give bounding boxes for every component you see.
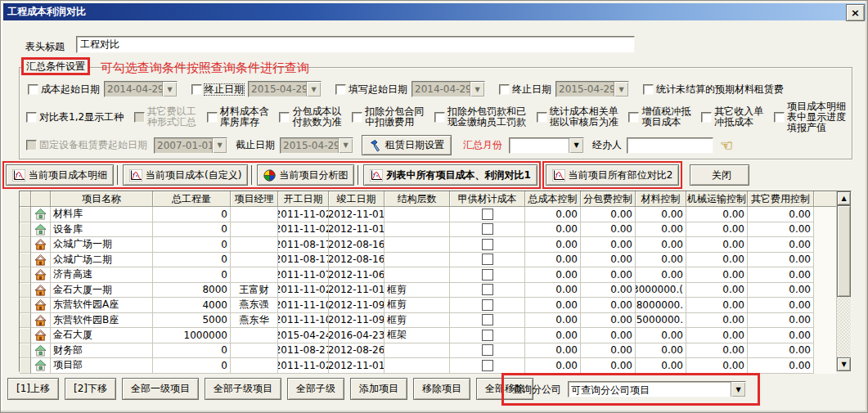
table-row[interactable]: 东营软件园B座5000燕东华2011-11-102012-11-09框剪0.00…: [20, 313, 836, 329]
row-selector-cell[interactable]: [20, 313, 31, 329]
filter1-0-checkbox[interactable]: [28, 84, 38, 95]
filter2-5-checkbox[interactable]: [434, 112, 445, 123]
rent-date-settings-button[interactable]: 租赁日期设置: [362, 135, 452, 155]
close-dialog-button[interactable]: 关闭: [690, 164, 749, 186]
filter2-1-checkbox[interactable]: [134, 112, 145, 123]
scrollbar-thumb[interactable]: [837, 205, 851, 297]
row-selector-cell[interactable]: [20, 222, 31, 238]
column-header-6[interactable]: 甲供材计成本: [450, 191, 525, 207]
scroll-down-button[interactable]: ▼: [837, 357, 851, 371]
filter1-0-date-combo-dropdown-icon[interactable]: ▼: [162, 82, 177, 97]
toolbar-button-2[interactable]: 当前项目分析图: [257, 164, 354, 186]
column-header-2[interactable]: 项目经理: [231, 191, 278, 207]
column-header-5[interactable]: 结构层数: [385, 191, 450, 207]
filter2-7-checkbox[interactable]: [628, 112, 639, 123]
row-selector-cell[interactable]: [20, 343, 31, 359]
scrollbar-track[interactable]: [837, 297, 851, 357]
filter1-3-date-combo[interactable]: 2015-04-29▼: [555, 81, 629, 97]
filter1-1-checkbox[interactable]: [191, 84, 202, 95]
table-row[interactable]: 项目部02011-11-022012-11-010.000.000.000.00…: [20, 358, 836, 374]
summary-month-combo-dropdown-icon[interactable]: ▼: [569, 138, 583, 153]
supply-material-checkbox[interactable]: [482, 344, 493, 356]
close-button[interactable]: ×: [846, 4, 865, 21]
filter1-2-date-combo-dropdown-icon[interactable]: ▼: [470, 82, 484, 97]
footer-button-0[interactable]: [1]上移: [7, 378, 59, 400]
table-row[interactable]: 金石大厦一期8000王富财2011-11-022012-11-01框剪0.000…: [20, 283, 836, 299]
filter2-0-checkbox[interactable]: [26, 112, 37, 123]
toolbar-button-1[interactable]: 当前项目成本(自定义): [123, 164, 248, 186]
vertical-scrollbar[interactable]: ▲ ▼: [836, 191, 851, 371]
supply-material-checkbox[interactable]: [482, 314, 493, 325]
toolbar-button-3[interactable]: 列表中所有项目成本、利润对比1: [363, 164, 537, 186]
fixed-rent-end-combo[interactable]: 2015-04-29▼: [280, 137, 353, 154]
footer-button-1[interactable]: [2]下移: [65, 378, 116, 400]
footer-button-5[interactable]: 添加项目: [350, 378, 407, 400]
supply-material-checkbox[interactable]: [482, 239, 493, 250]
supply-material-checkbox[interactable]: [482, 223, 493, 235]
table-row[interactable]: 众城广场二期02011-08-172012-08-160.000.000.000…: [20, 253, 836, 268]
column-header-1[interactable]: 总工程量: [153, 191, 231, 207]
footer-button-4[interactable]: 全部子级: [287, 378, 344, 400]
filter1-0-date-combo[interactable]: 2014-04-29▼: [104, 81, 178, 97]
footer-button-6[interactable]: 移除项目: [413, 378, 470, 400]
scroll-up-button[interactable]: ▲: [837, 191, 851, 205]
row-selector-cell[interactable]: [20, 237, 31, 253]
branch-dropdown-icon[interactable]: ▼: [731, 382, 745, 397]
row-selector-cell[interactable]: [20, 298, 31, 313]
branch-query-combobox[interactable]: 可查询分公司项目 ▼: [568, 381, 746, 397]
filter1-1-date-combo-dropdown-icon[interactable]: ▼: [306, 82, 321, 97]
filter1-4-checkbox[interactable]: [643, 84, 654, 95]
table-row[interactable]: 设备库02011-11-022012-11-010.000.000.000.00…: [20, 222, 836, 238]
toolbar-button-0[interactable]: 当前项目成本明细: [6, 164, 114, 186]
supply-material-checkbox[interactable]: [482, 299, 493, 311]
supply-material-checkbox[interactable]: [482, 269, 493, 281]
filter1-3-date-combo-dropdown-icon[interactable]: ▼: [614, 82, 628, 97]
filter2-2-checkbox[interactable]: [207, 112, 218, 123]
row-selector-cell[interactable]: [20, 253, 31, 268]
row-selector-cell[interactable]: [20, 358, 31, 374]
filter1-2-date-combo[interactable]: 2014-04-29▼: [412, 81, 485, 97]
column-header-11[interactable]: 其它费用控制: [748, 191, 814, 207]
fixed-rent-start-combo[interactable]: 2007-01-01▼: [154, 137, 227, 154]
column-header-4[interactable]: 竣工日期: [329, 191, 385, 207]
filter2-3-checkbox[interactable]: [279, 112, 290, 123]
agent-input[interactable]: [627, 137, 713, 154]
filter2-9-checkbox[interactable]: [774, 112, 785, 123]
cell-subcontract-control: 0.00: [581, 253, 636, 268]
table-row[interactable]: 众城广场一期02011-08-172012-08-160.000.000.000…: [20, 237, 836, 253]
filter1-1-date-combo[interactable]: 2015-04-29▼: [248, 81, 322, 97]
supply-material-checkbox[interactable]: [482, 254, 493, 265]
summary-month-combo[interactable]: ▼: [509, 137, 584, 154]
fixed-rent-end-combo-dropdown-icon[interactable]: ▼: [338, 138, 353, 153]
footer-button-2[interactable]: 全部一级项目: [122, 378, 199, 400]
supply-material-checkbox[interactable]: [482, 330, 493, 341]
table-row[interactable]: 济青高速02011-11-072012-11-060.000.000.000.0…: [20, 267, 836, 283]
column-header-3[interactable]: 开工日期: [278, 191, 329, 207]
filter1-3-checkbox[interactable]: [499, 84, 510, 95]
supply-material-checkbox[interactable]: [482, 284, 493, 295]
toolbar-button-4[interactable]: 当前项目所有部位对比2: [546, 164, 680, 186]
row-selector-cell[interactable]: [20, 267, 31, 283]
fixed-rent-start-combo-dropdown-icon[interactable]: ▼: [212, 138, 227, 153]
column-header-8[interactable]: 分包费控制: [581, 191, 636, 207]
column-header-7[interactable]: 总成本控制: [525, 191, 581, 207]
filter2-6-checkbox[interactable]: [537, 112, 547, 123]
row-selector-cell[interactable]: [20, 328, 31, 343]
filter2-4-checkbox[interactable]: [352, 112, 362, 123]
column-header-0[interactable]: 项目名称: [51, 191, 153, 207]
filter2-8-checkbox[interactable]: [701, 112, 712, 123]
header-title-input[interactable]: [76, 36, 635, 53]
fixed-rent-start-checkbox[interactable]: [26, 140, 37, 150]
table-row[interactable]: 财务部02011-08-272012-08-260.000.000.000.00…: [20, 343, 836, 359]
table-row[interactable]: 金石大厦10000002015-04-242016-04-23框架0.000.0…: [20, 328, 836, 343]
supply-material-checkbox[interactable]: [482, 209, 493, 220]
column-header-10[interactable]: 机械运输控制: [686, 191, 748, 207]
row-selector-cell[interactable]: [20, 207, 31, 222]
table-row[interactable]: 材料库02011-11-022012-11-010.000.000.000.00…: [20, 207, 836, 222]
supply-material-checkbox[interactable]: [482, 360, 493, 371]
column-header-9[interactable]: 材料控制: [636, 191, 686, 207]
row-selector-cell[interactable]: [20, 283, 31, 299]
filter1-2-checkbox[interactable]: [335, 84, 346, 95]
footer-button-3[interactable]: 全部子级项目: [205, 378, 281, 400]
table-row[interactable]: 东营软件园A座4000燕东强2011-11-102012-11-09框剪0.00…: [20, 298, 836, 313]
